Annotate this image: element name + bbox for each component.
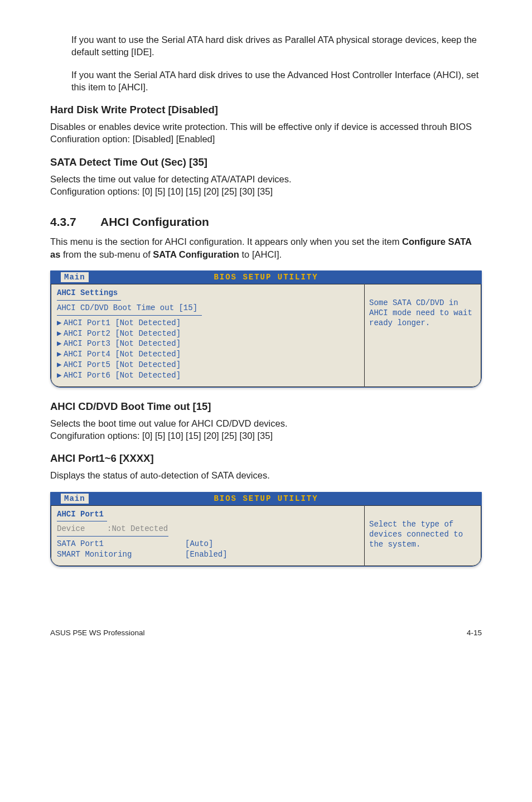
- bios-title-bar: Main BIOS SETUP UTILITY: [51, 271, 481, 284]
- triangle-right-icon: ▶: [57, 339, 64, 349]
- ahci-boot-l2: Congifuration options: [0] [5] [10] [15]…: [50, 429, 482, 442]
- intro-para-2: If you want the Serial ATA hard disk dri…: [71, 69, 482, 94]
- bios-screenshot-ahci-settings: Main BIOS SETUP UTILITY AHCI Settings AH…: [50, 270, 482, 388]
- bios-separator: [57, 300, 121, 301]
- ahci-port-title: AHCI Port1~6 [XXXX]: [50, 452, 482, 466]
- bios-port-row: ▶AHCI Port6 [Not Detected]: [57, 370, 359, 381]
- page-footer: ASUS P5E WS Professional 4-15: [50, 628, 482, 638]
- bios-port-row: ▶AHCI Port5 [Not Detected]: [57, 360, 359, 370]
- bios-title: BIOS SETUP UTILITY: [214, 494, 318, 503]
- bios-left-pane: AHCI Port1 Device:Not Detected SATA Port…: [51, 505, 364, 567]
- bios-tab-main: Main: [61, 272, 89, 282]
- section-title: AHCI Configuration: [100, 215, 209, 228]
- bios-sata-port1-row: SATA Port1[Auto]: [57, 539, 359, 549]
- sata-timeout-l1: Selects the time out value for detecting…: [50, 173, 482, 185]
- bios-help-pane: Some SATA CD/DVD in AHCI mode need to wa…: [364, 284, 481, 387]
- bios-separator: [57, 521, 107, 521]
- triangle-right-icon: ▶: [57, 349, 64, 360]
- bios-port-row: ▶AHCI Port1 [Not Detected]: [57, 318, 359, 328]
- bios-help-text: Select the type of devices connected to …: [369, 519, 476, 550]
- section-number: 4.3.7: [50, 214, 100, 230]
- ahci-port-body: Displays the status of auto-detection of…: [50, 469, 482, 481]
- bios-help-pane: Select the type of devices connected to …: [364, 505, 481, 567]
- sata-timeout-l2: Configuration options: [0] [5] [10] [15]…: [50, 185, 482, 197]
- footer-left: ASUS P5E WS Professional: [50, 628, 145, 638]
- bios-boot-time-row: AHCI CD/DVD Boot Time out [15]: [57, 303, 359, 313]
- bios-left-pane: AHCI Settings AHCI CD/DVD Boot Time out …: [51, 284, 364, 387]
- bios-help-text: Some SATA CD/DVD in AHCI mode need to wa…: [369, 298, 476, 328]
- hd-write-protect-title: Hard Disk Write Protect [Disabled]: [50, 103, 482, 117]
- bios-separator: [57, 536, 168, 537]
- bios-title-bar: Main BIOS SETUP UTILITY: [51, 492, 481, 505]
- ahci-boot-title: AHCI CD/DVD Boot Time out [15]: [50, 400, 482, 414]
- triangle-right-icon: ▶: [57, 328, 64, 339]
- section-desc: This menu is the section for AHCI config…: [50, 235, 482, 260]
- bios-title: BIOS SETUP UTILITY: [214, 273, 318, 282]
- intro-para-1: If you want to use the Serial ATA hard d…: [71, 33, 482, 59]
- hd-write-protect-body: Disables or enables device write protect…: [50, 120, 482, 146]
- triangle-right-icon: ▶: [57, 360, 64, 370]
- triangle-right-icon: ▶: [57, 318, 64, 328]
- bios-separator: [57, 315, 202, 316]
- sata-timeout-title: SATA Detect Time Out (Sec) [35]: [50, 156, 482, 170]
- bios-tab-main: Main: [61, 494, 89, 504]
- section-heading: 4.3.7AHCI Configuration: [50, 214, 482, 230]
- bios-smart-row: SMART Monitoring[Enabled]: [57, 549, 359, 560]
- bios-port-row: ▶AHCI Port3 [Not Detected]: [57, 339, 359, 349]
- bios-heading: AHCI Settings: [57, 288, 359, 298]
- ahci-boot-l1: Selects the boot time out value for AHCI…: [50, 417, 482, 429]
- bios-port-row: ▶AHCI Port2 [Not Detected]: [57, 328, 359, 339]
- triangle-right-icon: ▶: [57, 370, 64, 381]
- bios-screenshot-ahci-port1: Main BIOS SETUP UTILITY AHCI Port1 Devic…: [50, 492, 482, 567]
- bios-port-row: ▶AHCI Port4 [Not Detected]: [57, 349, 359, 360]
- bios-device-row: Device:Not Detected: [57, 524, 359, 534]
- bios-heading: AHCI Port1: [57, 509, 359, 520]
- footer-page-number: 4-15: [467, 628, 482, 638]
